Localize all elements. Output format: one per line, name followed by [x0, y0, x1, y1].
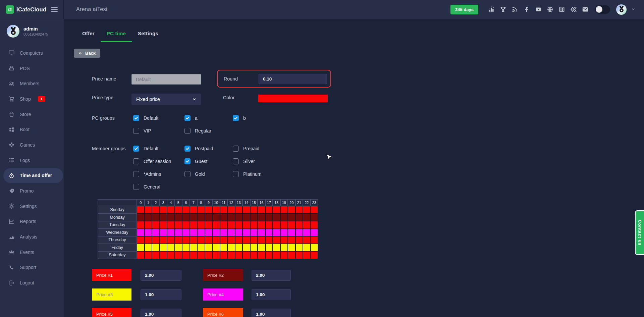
schedule-cell-saturday-3[interactable] — [160, 251, 167, 259]
tab-pc-time[interactable]: PC time — [101, 26, 132, 42]
schedule-cell-tuesday-5[interactable] — [175, 221, 182, 229]
license-days-badge[interactable]: 245 days — [450, 5, 478, 14]
schedule-cell-wednesday-11[interactable] — [220, 229, 228, 236]
pc-group-checkbox-regular[interactable]: Regular — [184, 127, 233, 135]
schedule-cell-monday-20[interactable] — [288, 214, 296, 221]
schedule-cell-wednesday-7[interactable] — [190, 229, 198, 236]
stacked-chevrons-icon[interactable] — [570, 6, 577, 13]
schedule-cell-friday-21[interactable] — [296, 244, 303, 252]
schedule-cell-thursday-6[interactable] — [182, 236, 190, 244]
member-group-checkbox--admins[interactable]: *Admins — [133, 170, 184, 178]
schedule-cell-friday-2[interactable] — [152, 244, 160, 252]
schedule-cell-friday-12[interactable] — [227, 244, 235, 252]
checkbox-checked-icon[interactable] — [184, 146, 191, 152]
schedule-cell-tuesday-4[interactable] — [167, 221, 175, 229]
schedule-cell-wednesday-18[interactable] — [273, 229, 280, 236]
schedule-cell-saturday-6[interactable] — [182, 251, 190, 259]
checkbox-unchecked-icon[interactable] — [233, 158, 239, 164]
schedule-cell-thursday-20[interactable] — [288, 236, 296, 244]
member-group-checkbox-default[interactable]: Default — [133, 145, 184, 153]
schedule-cell-wednesday-20[interactable] — [288, 229, 296, 236]
schedule-cell-tuesday-3[interactable] — [160, 221, 167, 229]
schedule-cell-wednesday-10[interactable] — [212, 229, 220, 236]
user-avatar[interactable]: ★ — [616, 4, 627, 15]
checkbox-unchecked-icon[interactable] — [133, 171, 139, 177]
schedule-cell-sunday-20[interactable] — [288, 206, 296, 214]
schedule-cell-friday-9[interactable] — [205, 244, 213, 252]
price-swatch-2[interactable]: Price #2 — [203, 269, 243, 281]
schedule-cell-saturday-4[interactable] — [167, 251, 175, 259]
schedule-cell-thursday-17[interactable] — [265, 236, 273, 244]
schedule-cell-friday-6[interactable] — [182, 244, 190, 252]
contact-us-tab[interactable]: Contact us — [635, 210, 644, 255]
sidebar-item-games[interactable]: Games — [0, 137, 64, 153]
schedule-cell-saturday-17[interactable] — [265, 251, 273, 259]
schedule-cell-friday-13[interactable] — [235, 244, 243, 252]
schedule-cell-wednesday-16[interactable] — [258, 229, 265, 236]
schedule-cell-wednesday-23[interactable] — [311, 229, 318, 236]
schedule-cell-sunday-15[interactable] — [250, 206, 258, 214]
sidebar-item-computers[interactable]: Computers — [0, 45, 64, 61]
schedule-cell-tuesday-16[interactable] — [258, 221, 265, 229]
schedule-cell-thursday-0[interactable] — [137, 236, 145, 244]
schedule-cell-wednesday-8[interactable] — [197, 229, 205, 236]
schedule-cell-saturday-15[interactable] — [250, 251, 258, 259]
schedule-cell-saturday-2[interactable] — [152, 251, 160, 259]
sidebar-item-members[interactable]: Members — [0, 76, 64, 91]
schedule-cell-wednesday-14[interactable] — [243, 229, 250, 236]
schedule-cell-saturday-8[interactable] — [197, 251, 205, 259]
schedule-cell-tuesday-8[interactable] — [197, 221, 205, 229]
schedule-cell-saturday-23[interactable] — [311, 251, 318, 259]
schedule-cell-monday-3[interactable] — [160, 214, 167, 221]
member-group-checkbox-postpaid[interactable]: Postpaid — [184, 145, 233, 153]
price-value-input-2[interactable] — [252, 270, 291, 281]
schedule-cell-thursday-12[interactable] — [227, 236, 235, 244]
schedule-cell-tuesday-14[interactable] — [243, 221, 250, 229]
schedule-cell-saturday-11[interactable] — [220, 251, 228, 259]
sidebar-item-analysis[interactable]: Analysis — [0, 229, 64, 245]
globe-icon[interactable] — [546, 6, 553, 13]
hamburger-menu-icon[interactable] — [51, 6, 58, 13]
theme-toggle[interactable] — [595, 5, 610, 14]
checkbox-unchecked-icon[interactable] — [133, 184, 139, 190]
rss-icon[interactable] — [511, 6, 518, 13]
checkbox-unchecked-icon[interactable] — [233, 146, 239, 152]
sidebar-item-events[interactable]: Events — [0, 245, 64, 260]
schedule-cell-monday-22[interactable] — [303, 214, 311, 221]
schedule-cell-monday-6[interactable] — [182, 214, 190, 221]
schedule-cell-wednesday-1[interactable] — [145, 229, 152, 236]
schedule-cell-thursday-13[interactable] — [235, 236, 243, 244]
schedule-cell-sunday-22[interactable] — [303, 206, 311, 214]
schedule-cell-sunday-14[interactable] — [243, 206, 250, 214]
schedule-cell-tuesday-9[interactable] — [205, 221, 213, 229]
schedule-cell-friday-4[interactable] — [167, 244, 175, 252]
schedule-cell-sunday-0[interactable] — [137, 206, 145, 214]
schedule-cell-monday-21[interactable] — [296, 214, 303, 221]
schedule-cell-monday-18[interactable] — [273, 214, 280, 221]
schedule-cell-sunday-10[interactable] — [212, 206, 220, 214]
schedule-cell-sunday-4[interactable] — [167, 206, 175, 214]
schedule-cell-saturday-9[interactable] — [205, 251, 213, 259]
schedule-cell-monday-8[interactable] — [197, 214, 205, 221]
schedule-cell-monday-11[interactable] — [220, 214, 228, 221]
price-type-select[interactable]: Fixed price — [131, 94, 201, 105]
schedule-cell-monday-19[interactable] — [280, 214, 288, 221]
schedule-cell-friday-10[interactable] — [212, 244, 220, 252]
schedule-cell-wednesday-19[interactable] — [280, 229, 288, 236]
schedule-cell-thursday-3[interactable] — [160, 236, 167, 244]
schedule-cell-monday-23[interactable] — [311, 214, 318, 221]
schedule-cell-wednesday-5[interactable] — [175, 229, 182, 236]
schedule-cell-wednesday-0[interactable] — [137, 229, 145, 236]
schedule-cell-tuesday-22[interactable] — [303, 221, 311, 229]
sidebar-item-store[interactable]: Store — [0, 107, 64, 122]
schedule-cell-monday-4[interactable] — [167, 214, 175, 221]
schedule-cell-monday-1[interactable] — [145, 214, 152, 221]
checkbox-checked-icon[interactable] — [133, 146, 139, 152]
schedule-cell-saturday-19[interactable] — [280, 251, 288, 259]
schedule-cell-tuesday-1[interactable] — [145, 221, 152, 229]
member-group-checkbox-prepaid[interactable]: Prepaid — [233, 145, 293, 153]
schedule-cell-monday-10[interactable] — [212, 214, 220, 221]
checkbox-checked-icon[interactable] — [133, 115, 139, 121]
sidebar-item-pos[interactable]: POS — [0, 61, 64, 76]
schedule-cell-thursday-16[interactable] — [258, 236, 265, 244]
